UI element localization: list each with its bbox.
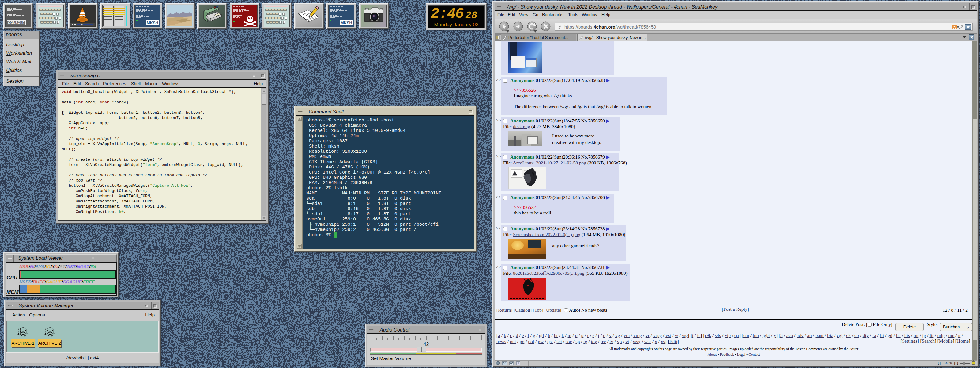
svg-text:arco: arco (524, 170, 527, 171)
